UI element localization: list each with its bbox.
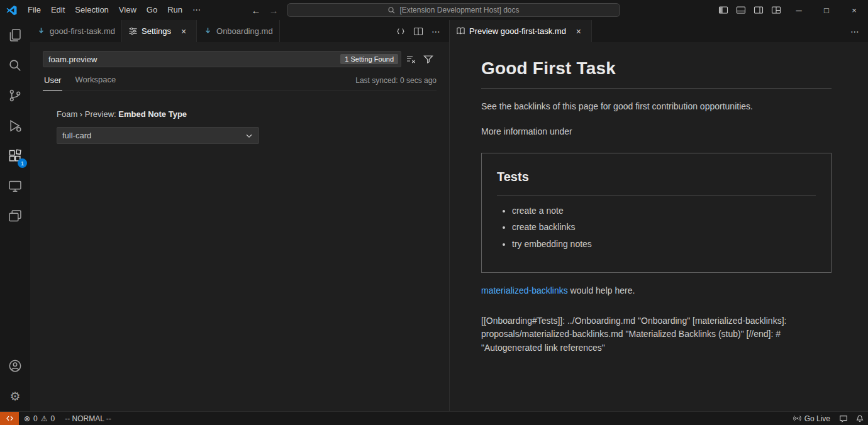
tab-label: good-first-task.md bbox=[50, 26, 115, 36]
command-center-search[interactable]: [Extension Development Host] docs bbox=[287, 3, 620, 17]
clear-search-filters-icon[interactable] bbox=[403, 51, 419, 67]
markdown-file-icon bbox=[36, 26, 46, 36]
setting-item-embed-note-type: Foam › Preview: Embed Note Type full-car… bbox=[57, 109, 437, 144]
titlebar-center: ← → [Extension Development Host] docs bbox=[248, 2, 620, 18]
menu-edit[interactable]: Edit bbox=[46, 0, 70, 20]
list-item: try embedding notes bbox=[512, 238, 816, 251]
settings-sliders-icon bbox=[128, 26, 138, 36]
settings-search-input[interactable]: foam.preview 1 Setting Found bbox=[43, 51, 401, 67]
minimize-button[interactable]: ─ bbox=[785, 0, 813, 20]
more-actions-icon[interactable]: ⋯ bbox=[847, 23, 863, 40]
scope-tab-workspace[interactable]: Workspace bbox=[74, 75, 117, 90]
editor-group-left: good-first-task.md Settings × Onboardi bbox=[30, 20, 450, 411]
embedded-note-list: create a note create backlinks try embed… bbox=[497, 204, 816, 251]
tab-label: Preview good-first-task.md bbox=[469, 26, 566, 36]
link-references-text: [[Onboarding#Tests]]: ../Onboarding.md "… bbox=[481, 314, 832, 355]
right-tab-bar: Preview good-first-task.md × ⋯ bbox=[450, 20, 868, 42]
markdown-preview: Good First Task See the backlinks of thi… bbox=[450, 42, 868, 411]
settings-editor: foam.preview 1 Setting Found User Worksp… bbox=[30, 42, 449, 144]
feedback-icon[interactable] bbox=[835, 412, 852, 425]
remote-explorer-icon[interactable] bbox=[0, 171, 30, 201]
vscode-window: File Edit Selection View Go Run ⋯ ← → [E… bbox=[0, 0, 868, 425]
account-icon[interactable] bbox=[0, 351, 30, 381]
go-live-button[interactable]: Go Live bbox=[788, 412, 835, 425]
run-and-debug-icon[interactable] bbox=[0, 111, 30, 141]
toggle-primary-sidebar-icon[interactable] bbox=[715, 1, 732, 19]
link-suffix: would help here. bbox=[568, 285, 635, 295]
list-item: create a note bbox=[512, 204, 816, 218]
chevron-down-icon bbox=[245, 131, 253, 140]
preview-link-line: materialized-backlinks would help here. bbox=[481, 284, 832, 298]
toggle-secondary-sidebar-icon[interactable] bbox=[750, 1, 767, 19]
menu-selection[interactable]: Selection bbox=[70, 0, 113, 20]
more-actions-icon[interactable]: ⋯ bbox=[428, 23, 444, 40]
setting-title: Foam › Preview: Embed Note Type bbox=[57, 109, 437, 119]
source-control-icon[interactable] bbox=[0, 80, 30, 111]
customize-layout-icon[interactable] bbox=[767, 1, 785, 19]
vim-mode-indicator[interactable]: -- NORMAL -- bbox=[60, 412, 116, 425]
settings-scope-row: User Workspace Last synced: 0 secs ago bbox=[43, 75, 437, 91]
preview-book-icon bbox=[456, 26, 465, 36]
close-tab-icon[interactable]: × bbox=[177, 25, 190, 38]
titlebar-left: File Edit Selection View Go Run ⋯ bbox=[0, 0, 248, 20]
menu-run[interactable]: Run bbox=[162, 0, 187, 20]
preview-title: Good First Task bbox=[481, 55, 832, 89]
materialized-backlinks-link[interactable]: materialized-backlinks bbox=[481, 285, 568, 295]
menu-file[interactable]: File bbox=[23, 0, 46, 20]
tab-onboarding[interactable]: Onboarding.md bbox=[197, 20, 280, 42]
filter-settings-icon[interactable] bbox=[420, 51, 437, 67]
history-back-icon[interactable]: ← bbox=[248, 2, 264, 18]
settings-found-badge: 1 Setting Found bbox=[340, 54, 398, 64]
tab-settings[interactable]: Settings × bbox=[122, 20, 197, 42]
preview-intro: See the backlinks of this page for good … bbox=[481, 100, 832, 114]
vscode-logo-icon bbox=[0, 5, 23, 16]
embed-note-type-select[interactable]: full-card bbox=[57, 127, 259, 144]
maximize-button[interactable]: □ bbox=[813, 0, 840, 20]
tab-label: Settings bbox=[142, 26, 171, 36]
error-count: 0 bbox=[33, 414, 38, 423]
close-tab-icon[interactable]: × bbox=[572, 25, 585, 38]
close-window-button[interactable]: × bbox=[840, 0, 868, 20]
setting-name: Embed Note Type bbox=[118, 109, 187, 119]
left-tab-actions: ⋯ bbox=[392, 20, 449, 42]
extensions-icon[interactable]: 1 bbox=[0, 141, 30, 171]
tab-label: Onboarding.md bbox=[216, 26, 273, 36]
settings-search-value: foam.preview bbox=[48, 55, 97, 64]
scope-tab-user[interactable]: User bbox=[43, 75, 62, 91]
problems-indicator[interactable]: ⊗ 0 ⚠ 0 bbox=[19, 412, 60, 425]
remote-indicator[interactable] bbox=[0, 412, 19, 425]
right-tab-actions: ⋯ bbox=[847, 20, 868, 42]
open-settings-json-icon[interactable] bbox=[392, 23, 409, 40]
setting-category: Foam › Preview: bbox=[57, 109, 118, 119]
titlebar-right: ─ □ × bbox=[620, 0, 868, 20]
explorer-icon[interactable] bbox=[0, 20, 30, 50]
menu-more-icon[interactable]: ⋯ bbox=[187, 0, 206, 20]
preview-more-info: More information under bbox=[481, 125, 832, 139]
notifications-bell-icon[interactable] bbox=[852, 412, 868, 425]
command-center-label: [Extension Development Host] docs bbox=[399, 6, 519, 14]
select-value: full-card bbox=[62, 131, 91, 140]
warning-icon: ⚠ bbox=[41, 415, 48, 422]
windows-panels-icon[interactable] bbox=[0, 201, 30, 231]
status-bar-right: Go Live bbox=[788, 412, 868, 425]
settings-search-row: foam.preview 1 Setting Found bbox=[43, 51, 437, 67]
error-icon: ⊗ bbox=[24, 415, 30, 422]
history-forward-icon[interactable]: → bbox=[265, 2, 282, 18]
tab-preview-good-first-task[interactable]: Preview good-first-task.md × bbox=[450, 20, 592, 42]
broadcast-icon bbox=[793, 414, 801, 422]
menu-go[interactable]: Go bbox=[142, 0, 162, 20]
extensions-badge: 1 bbox=[18, 158, 27, 168]
settings-gear-icon[interactable]: ⚙ bbox=[0, 381, 30, 411]
last-synced-label: Last synced: 0 secs ago bbox=[355, 76, 437, 90]
warning-count: 0 bbox=[51, 414, 55, 423]
main-area: 1 ⚙ goo bbox=[0, 20, 868, 411]
tab-good-first-task[interactable]: good-first-task.md bbox=[30, 20, 122, 42]
search-sidebar-icon[interactable] bbox=[0, 50, 30, 80]
embedded-note-heading: Tests bbox=[497, 167, 816, 196]
activity-bar: 1 ⚙ bbox=[0, 20, 30, 411]
toggle-panel-icon[interactable] bbox=[732, 1, 750, 19]
search-icon bbox=[387, 6, 396, 14]
menu-view[interactable]: View bbox=[114, 0, 142, 20]
split-editor-icon[interactable] bbox=[410, 23, 426, 40]
status-bar: ⊗ 0 ⚠ 0 -- NORMAL -- Go Live bbox=[0, 411, 868, 425]
